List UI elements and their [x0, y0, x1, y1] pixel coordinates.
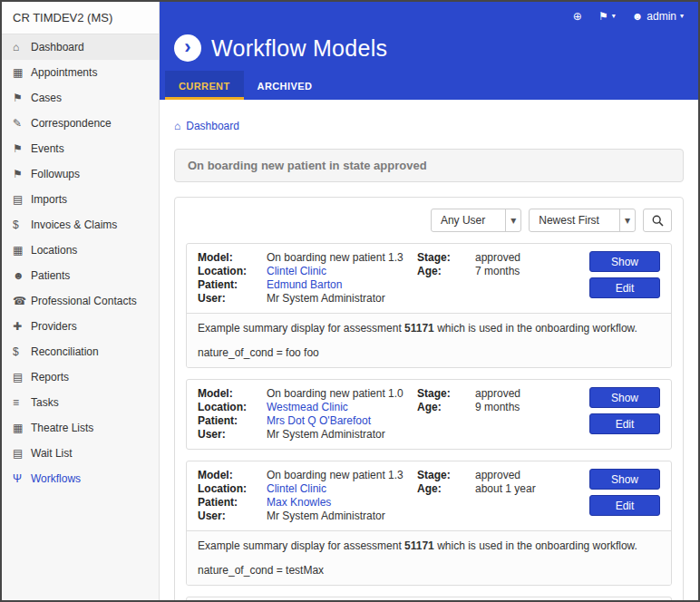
- summary-pre: Example summary display for assessment: [198, 322, 404, 335]
- user-filter-value: Any User: [432, 209, 505, 231]
- sidebar-item-label: Professional Contacts: [31, 295, 137, 307]
- user-value: Mr System Administrator: [267, 510, 417, 523]
- tab-current[interactable]: CURRENT: [165, 71, 244, 100]
- sidebar-item-cases[interactable]: ⚑ Cases: [2, 85, 159, 111]
- sort-filter-value: Newest First: [530, 209, 619, 231]
- patient-label: Patient:: [198, 496, 267, 510]
- patient-link[interactable]: Max Knowles: [267, 496, 417, 510]
- workflow-branch-icon: Ψ: [13, 472, 31, 485]
- sidebar: CR TIMDEV2 (MS) ⌂ Dashboard ▦ Appointmen…: [2, 2, 160, 600]
- caret-down-icon: ▾: [505, 209, 520, 231]
- user-label: User:: [198, 428, 267, 442]
- app-window: CR TIMDEV2 (MS) ⌂ Dashboard ▦ Appointmen…: [0, 0, 700, 602]
- summary-assessment-id: 51171: [404, 322, 434, 335]
- sidebar-item-invoices-claims[interactable]: $ Invoices & Claims: [2, 212, 159, 238]
- user-label: User:: [198, 510, 267, 523]
- user-icon: ☻: [632, 10, 644, 23]
- add-button[interactable]: ⊕: [573, 10, 582, 23]
- sidebar-item-followups[interactable]: ⚑ Followups: [2, 161, 159, 187]
- breadcrumb[interactable]: ⌂ Dashboard: [174, 120, 684, 132]
- card-summary: Example summary display for assessment 5…: [187, 313, 671, 367]
- tab-archived[interactable]: ARCHIVED: [244, 71, 326, 100]
- sidebar-item-workflows[interactable]: Ψ Workflows: [2, 466, 159, 491]
- edit-button[interactable]: Edit: [589, 413, 660, 434]
- sidebar-item-label: Reconciliation: [31, 345, 99, 358]
- calendar-icon: ▦: [13, 422, 31, 434]
- card-fields-right: Stage: approved Age: about 1 year: [417, 469, 589, 523]
- stage-label: Stage:: [417, 387, 475, 401]
- sidebar-item-label: Reports: [31, 371, 69, 384]
- state-title-panel: On boarding new patient in state approve…: [174, 149, 684, 182]
- medical-cross-icon: ✚: [13, 320, 31, 333]
- search-button[interactable]: [643, 209, 672, 232]
- show-button[interactable]: Show: [589, 251, 660, 272]
- phone-icon: ☎: [13, 295, 31, 307]
- sidebar-item-wait-list[interactable]: ▤ Wait List: [2, 441, 159, 466]
- user-value: Mr System Administrator: [267, 292, 417, 306]
- file-icon: ▤: [13, 193, 31, 206]
- people-icon: ☻: [13, 269, 31, 282]
- model-label: Model:: [198, 387, 267, 401]
- admin-menu[interactable]: ☻ admin ▾: [632, 10, 684, 23]
- page-title: Workflow Models: [211, 35, 387, 62]
- patient-link[interactable]: Edmund Barton: [267, 278, 417, 292]
- workflow-card: Model: On boarding new patient 1.3 Locat…: [186, 461, 672, 586]
- flag-menu[interactable]: ⚑ ▾: [598, 10, 616, 23]
- sidebar-item-providers[interactable]: ✚ Providers: [2, 314, 159, 339]
- user-value: Mr System Administrator: [267, 428, 417, 442]
- show-button[interactable]: Show: [589, 387, 660, 408]
- edit-button[interactable]: Edit: [589, 277, 660, 298]
- show-button[interactable]: Show: [589, 469, 660, 490]
- sidebar-item-patients[interactable]: ☻ Patients: [2, 263, 159, 288]
- summary-note: nature_of_cond = foo foo: [198, 346, 660, 359]
- breadcrumb-dashboard-link[interactable]: Dashboard: [186, 120, 239, 132]
- edit-button[interactable]: Edit: [589, 495, 660, 516]
- sidebar-item-label: Followups: [31, 168, 80, 180]
- sidebar-item-events[interactable]: ⚑ Events: [2, 136, 159, 161]
- model-label: Model:: [198, 469, 267, 482]
- workflow-chevron-icon: ›: [174, 34, 201, 62]
- caret-down-icon: ▾: [619, 209, 635, 231]
- hero: › Workflow Models: [160, 31, 698, 71]
- card-actions: Show Edit: [589, 387, 660, 442]
- sidebar-item-label: Wait List: [31, 447, 73, 460]
- summary-pre: Example summary display for assessment: [198, 539, 404, 552]
- sidebar-item-theatre-lists[interactable]: ▦ Theatre Lists: [2, 415, 159, 441]
- location-link[interactable]: Westmead Clinic: [267, 401, 417, 414]
- workflow-list-panel: Any User ▾ Newest First ▾: [174, 197, 684, 600]
- sidebar-item-correspondence[interactable]: ✎ Correspondence: [2, 111, 159, 136]
- sidebar-item-reconciliation[interactable]: $ Reconciliation: [2, 339, 159, 364]
- model-value: On boarding new patient 1.0: [267, 387, 417, 401]
- sidebar-item-label: Workflows: [31, 472, 81, 485]
- patient-link[interactable]: Mrs Dot Q O'Barefoot: [267, 414, 417, 428]
- sidebar-item-tasks[interactable]: ≡ Tasks: [2, 390, 159, 415]
- patient-label: Patient:: [198, 278, 267, 292]
- sidebar-item-label: Providers: [31, 320, 77, 333]
- caret-down-icon: ▾: [680, 13, 684, 20]
- workflow-card: Model: On boarding new patient 1.3 Locat…: [186, 243, 672, 368]
- card-actions: Show Edit: [589, 469, 660, 523]
- user-filter-select[interactable]: Any User ▾: [431, 209, 521, 232]
- summary-text: Example summary display for assessment 5…: [198, 322, 660, 335]
- flag-icon: ⚑: [13, 92, 31, 104]
- caret-down-icon: ▾: [612, 13, 616, 20]
- sort-filter-select[interactable]: Newest First ▾: [529, 209, 636, 232]
- card-fields-left: Model: On boarding new patient 1.3 Locat…: [198, 469, 417, 523]
- location-label: Location:: [198, 482, 267, 496]
- workflow-card-details: Model: On boarding new patient 1.0 Locat…: [187, 597, 671, 600]
- patient-label: Patient:: [198, 414, 267, 428]
- sidebar-item-locations[interactable]: ▦ Locations: [2, 238, 159, 263]
- sidebar-item-professional-contacts[interactable]: ☎ Professional Contacts: [2, 288, 159, 314]
- age-value: about 1 year: [475, 482, 589, 496]
- plus-circle-icon: ⊕: [573, 10, 582, 23]
- location-link[interactable]: Clintel Clinic: [267, 482, 417, 496]
- stage-value: approved: [475, 387, 589, 401]
- content: ⌂ Dashboard On boarding new patient in s…: [160, 100, 698, 600]
- sidebar-item-appointments[interactable]: ▦ Appointments: [2, 60, 159, 85]
- sidebar-item-dashboard[interactable]: ⌂ Dashboard: [2, 34, 159, 60]
- location-link[interactable]: Clintel Clinic: [267, 265, 417, 278]
- sidebar-item-imports[interactable]: ▤ Imports: [2, 187, 159, 212]
- model-value: On boarding new patient 1.3: [267, 251, 417, 265]
- search-icon: [652, 215, 664, 227]
- sidebar-item-reports[interactable]: ▤ Reports: [2, 364, 159, 390]
